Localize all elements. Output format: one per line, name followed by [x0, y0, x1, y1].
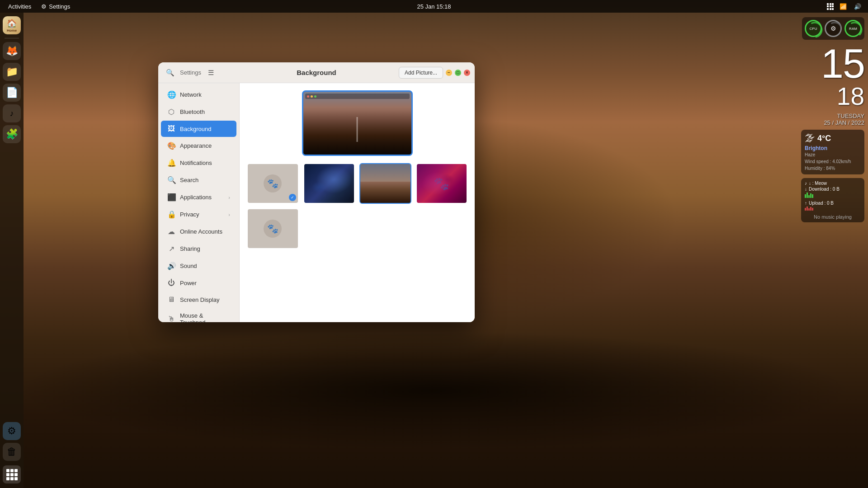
background-label: Background: [180, 126, 211, 132]
settings-gauge: ⚙: [825, 20, 842, 37]
up-arrow-icon: ↑: [805, 201, 807, 206]
applications-label: Applications: [180, 194, 212, 201]
sidebar-item-sharing[interactable]: ↗ Sharing: [161, 240, 236, 257]
download-bars: [805, 192, 861, 198]
application-dock: 🏠 Home 🦊 📁 📄 ♪ 🧩 ⚙ 🗑: [0, 13, 24, 488]
topbar-left: Activities ⚙ Settings: [5, 2, 70, 11]
grid-icon[interactable]: [827, 3, 834, 10]
sidebar-item-bluetooth[interactable]: ⬡ Bluetooth: [161, 103, 236, 120]
sidebar-item-search[interactable]: 🔍 Search: [161, 172, 236, 188]
settings-sidebar: 🌐 Network ⬡ Bluetooth 🖼 Background 🎨 App…: [158, 83, 240, 322]
activities-button[interactable]: Activities: [5, 2, 34, 11]
volume-icon[interactable]: 🔊: [853, 1, 863, 11]
sidebar-item-screen-display[interactable]: 🖥 Screen Display: [161, 291, 236, 308]
weather-details: Haze Wind speed : 4.02km/h Humidity : 84…: [805, 151, 861, 172]
text-editor-dock-icon[interactable]: 📄: [3, 84, 21, 102]
dock-bottom-section: ⚙ 🗑: [3, 422, 21, 488]
home-folder-icon[interactable]: 🏠 Home: [3, 16, 21, 34]
bg-thumbnail-road[interactable]: [359, 163, 411, 204]
power-icon: ⏻: [167, 279, 175, 287]
network-status-icon[interactable]: 📶: [838, 1, 848, 11]
applications-arrow-icon: ›: [228, 195, 230, 200]
city-name: Brighton: [805, 145, 861, 151]
thumb-paw-icon-1: 🐾: [264, 174, 282, 192]
thumb-paw-icon-2: 🐾: [264, 220, 282, 238]
search-button[interactable]: 🔍: [163, 66, 177, 80]
close-button[interactable]: ×: [464, 70, 470, 76]
sidebar-item-background[interactable]: 🖼 Background: [161, 121, 236, 137]
trash-icon: 🗑: [7, 446, 17, 458]
thumb-galaxy-bg: [304, 164, 354, 203]
day-of-week: TUESDAY: [824, 113, 864, 119]
background-icon: 🖼: [167, 125, 175, 133]
current-background-preview[interactable]: [302, 90, 413, 156]
firefox-dock-icon[interactable]: 🦊: [3, 42, 21, 60]
sound-label: Sound: [180, 263, 197, 269]
network-label: Network: [180, 91, 202, 98]
sidebar-item-privacy[interactable]: 🔒 Privacy ›: [161, 206, 236, 223]
search-sidebar-icon: 🔍: [167, 176, 175, 184]
extensions-dock-icon[interactable]: 🧩: [3, 125, 21, 143]
add-picture-button[interactable]: Add Picture...: [399, 67, 443, 79]
files-dock-icon[interactable]: 📁: [3, 63, 21, 81]
sidebar-item-sound[interactable]: 🔊 Sound: [161, 258, 236, 274]
sidebar-item-mouse-touchpad[interactable]: 🖱 Mouse & Touchpad: [161, 308, 236, 322]
humidity-value: Humidity : 84%: [805, 165, 861, 172]
preview-titlebar: [305, 94, 410, 99]
svg-point-0: [807, 23, 822, 37]
clock-minute: 18: [821, 84, 864, 109]
music-dock-icon[interactable]: ♪: [3, 104, 21, 122]
bg-thumbnail-galaxy[interactable]: [303, 163, 355, 204]
text-editor-icon: 📄: [6, 87, 18, 99]
appearance-icon: 🎨: [167, 141, 175, 150]
sidebar-item-appearance[interactable]: 🎨 Appearance: [161, 137, 236, 154]
tray-icons: [827, 3, 834, 10]
thumb-purple-bg: 🐾: [417, 164, 467, 203]
background-thumbnails-grid: 🐾 ✓: [247, 163, 467, 249]
sidebar-item-notifications[interactable]: 🔔 Notifications: [161, 155, 236, 171]
settings-app-name: Settings: [49, 3, 70, 10]
mouse-touchpad-label: Mouse & Touchpad: [180, 312, 230, 322]
status-icons: 📶 🔊: [838, 1, 863, 11]
hamburger-menu-button[interactable]: ☰: [204, 66, 218, 80]
appearance-label: Appearance: [180, 142, 212, 149]
mouse-touchpad-icon: 🖱: [167, 315, 175, 322]
show-apps-button[interactable]: [3, 465, 21, 483]
maximize-button[interactable]: □: [455, 70, 461, 76]
sidebar-item-power[interactable]: ⏻ Power: [161, 275, 236, 291]
sidebar-item-online-accounts[interactable]: ☁ Online Accounts: [161, 223, 236, 240]
trash-dock-icon[interactable]: 🗑: [3, 443, 21, 461]
bg-thumbnail-1[interactable]: 🐾 ✓: [247, 163, 299, 204]
road-gradient: [360, 179, 410, 203]
road-line-decoration: [357, 117, 358, 142]
search-label: Search: [180, 177, 198, 183]
background-content: 🐾 ✓: [240, 83, 475, 322]
topbar-datetime: 25 Jan 15:18: [417, 3, 451, 10]
preview-max-dot: [314, 95, 316, 98]
sharing-icon: ↗: [167, 244, 175, 253]
bg-thumbnail-purple[interactable]: 🐾: [416, 163, 468, 204]
ram-gauge: RAM: [844, 20, 862, 37]
privacy-label: Privacy: [180, 211, 199, 218]
no-music-label: No music playing: [805, 214, 861, 220]
privacy-arrow-icon: ›: [228, 212, 230, 217]
upload-value: Upload : 0 B: [809, 201, 834, 206]
datetime-display: 25 Jan 15:18: [417, 3, 451, 10]
bg-thumbnail-2[interactable]: 🐾: [247, 208, 299, 249]
notifications-label: Notifications: [180, 160, 212, 166]
settings-app-indicator: ⚙ Settings: [41, 3, 70, 10]
sidebar-item-network[interactable]: 🌐 Network: [161, 86, 236, 103]
network-icon: 🌐: [167, 90, 175, 99]
titlebar-left: 🔍 Settings ☰: [163, 66, 218, 80]
window-app-name: Settings: [180, 69, 201, 76]
topbar: Activities ⚙ Settings 25 Jan 15:18 📶 🔊: [0, 0, 868, 13]
thumb-selected-indicator: ✓: [289, 194, 296, 201]
settings-dock-icon[interactable]: ⚙: [3, 422, 21, 440]
minimize-button[interactable]: −: [446, 70, 452, 76]
upload-bars: [805, 206, 861, 211]
download-row: ↓ Download : 0 B: [805, 187, 861, 192]
wind-speed: Wind speed : 4.02km/h: [805, 158, 861, 165]
screen-display-label: Screen Display: [180, 296, 219, 303]
privacy-icon: 🔒: [167, 210, 175, 219]
sidebar-item-applications[interactable]: ⬛ Applications ›: [161, 189, 236, 206]
